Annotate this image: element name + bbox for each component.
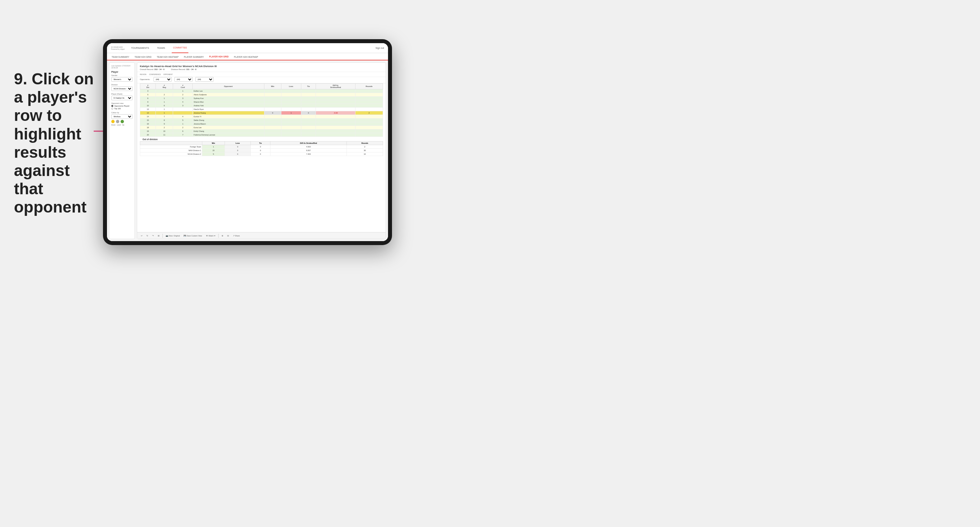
col-win: Win bbox=[264, 84, 281, 89]
region-filter-group: Region bbox=[140, 73, 146, 75]
col-loss: Loss bbox=[281, 84, 301, 89]
legend-up: Up bbox=[122, 124, 124, 126]
redo-button[interactable]: ↻ bbox=[145, 235, 149, 237]
radio-top100[interactable]: Top 100 bbox=[111, 108, 132, 110]
sidebar-timestamp: Last Updated: 27/03/2024 16:55:28 bbox=[111, 65, 132, 69]
gender-label: Gender bbox=[111, 75, 132, 76]
content-header: Katelyn Vo Head-to-Head Grid for Women's… bbox=[137, 63, 386, 72]
watch-button[interactable]: 👁 Watch ▾ bbox=[205, 235, 216, 237]
annotation-text: 9. Click on a player's row to highlight … bbox=[14, 70, 100, 216]
col-tie: Tie bbox=[301, 84, 316, 89]
overall-record-label: Overall Record: bbox=[140, 68, 154, 70]
opponent-filter-label: Opponent bbox=[164, 73, 173, 75]
filter-row: Region Conference Opponent bbox=[137, 72, 386, 77]
player-rank-select[interactable]: 8. Katelyn Vo bbox=[111, 96, 132, 100]
region-select[interactable]: (All) bbox=[153, 77, 172, 82]
division-record: Division Record: 331 - 34 - 6 bbox=[171, 68, 196, 70]
col-div: #Div bbox=[140, 84, 156, 89]
radio-label-2: Top 100 bbox=[114, 108, 121, 110]
player-rank-label: Player (Rank) bbox=[111, 93, 132, 95]
division-record-value: 331 - 34 - 6 bbox=[186, 68, 196, 70]
nav-teams[interactable]: TEAMS bbox=[156, 43, 166, 53]
out-of-division-row[interactable]: NAIA Division 115009.26730 bbox=[140, 149, 383, 152]
opponent-view-label: Opponent view bbox=[111, 102, 132, 104]
table-row[interactable]: 1474Eunice Yi bbox=[140, 115, 383, 119]
view-original-button[interactable]: 📷 View: Original bbox=[165, 235, 181, 237]
table-row[interactable]: 131Jessica Huang010-3.002 bbox=[140, 111, 383, 115]
level-color-circle bbox=[116, 120, 119, 123]
legend-level: Level bbox=[117, 124, 121, 126]
colour-by-label: Colour by bbox=[111, 111, 132, 114]
sub-nav-team-h2h-grid[interactable]: TEAM H2H GRID bbox=[134, 53, 152, 60]
save-custom-button[interactable]: 💾 Save Custom View bbox=[183, 235, 203, 237]
radio-opponents-played[interactable]: Opponents Played bbox=[111, 105, 132, 107]
table-row[interactable]: 1691Jessica Mason bbox=[140, 122, 383, 126]
radio-dot-2 bbox=[111, 108, 113, 110]
conference-filter-label: Conference bbox=[149, 73, 161, 75]
division-field: Division NCAA Division III bbox=[111, 84, 132, 91]
forward-button[interactable]: ↷ bbox=[151, 235, 155, 237]
radio-group: Opponents Played Top 100 bbox=[111, 105, 132, 110]
table-row[interactable]: 522Alexis Sudjianto bbox=[140, 93, 383, 97]
sub-nav-player-h2h-grid[interactable]: PLAYER H2H GRID bbox=[208, 53, 229, 60]
conference-filter-group: Conference bbox=[149, 73, 161, 75]
logo: SCOREBOARD Powered by clippd bbox=[111, 46, 124, 50]
nav-committee[interactable]: COMMITTEE bbox=[172, 43, 188, 53]
color-legend-circles bbox=[111, 120, 132, 123]
gender-field: Gender Women's bbox=[111, 75, 132, 82]
colour-by-select[interactable]: Win/loss bbox=[111, 114, 132, 119]
down-color-circle bbox=[111, 120, 115, 123]
conference-select[interactable]: (All) bbox=[174, 77, 192, 82]
sub-nav-team-summary[interactable]: TEAM SUMMARY bbox=[111, 53, 130, 60]
table-row[interactable]: 613Sydney Kuo bbox=[140, 97, 383, 100]
sidebar: Last Updated: 27/03/2024 16:55:28 Player… bbox=[109, 62, 135, 239]
overall-record-value: 353 - 34 - 6 bbox=[154, 68, 164, 70]
player-section-title: Player bbox=[111, 71, 132, 73]
table-row[interactable]: 20117Federica Domecq Lacroze bbox=[140, 133, 383, 137]
table-row[interactable]: 914Sharon Mun bbox=[140, 100, 383, 104]
out-of-division-row[interactable]: Foreign Team1004.5002 bbox=[140, 145, 383, 149]
table-wrapper: #Div #Reg #Conf Opponent Win Loss Tie Di… bbox=[137, 83, 386, 232]
sub-nav-player-summary[interactable]: PLAYER SUMMARY bbox=[183, 53, 205, 60]
division-select[interactable]: NCAA Division III bbox=[111, 86, 132, 91]
opponents-label: Opponents: bbox=[140, 78, 150, 80]
logo-text: SCOREBOARD bbox=[111, 46, 124, 48]
table-row[interactable]: 1063Andrea York bbox=[140, 104, 383, 108]
sub-nav-team-h2h-heatmap[interactable]: TEAM H2H HEATMAP bbox=[156, 53, 180, 60]
gender-select[interactable]: Women's bbox=[111, 77, 132, 82]
content-area: Katelyn Vo Head-to-Head Grid for Women's… bbox=[137, 62, 386, 239]
col-conf: #Conf bbox=[173, 84, 192, 89]
radio-dot-1 bbox=[111, 105, 113, 107]
table-row[interactable]: 131HeeJo Hyun bbox=[140, 108, 383, 111]
out-of-division-title: Out of division bbox=[140, 137, 383, 141]
col-diff: Diff AvStrokes/Rnd bbox=[316, 84, 355, 89]
sub-nav: TEAM SUMMARY TEAM H2H GRID TEAM H2H HEAT… bbox=[107, 53, 388, 60]
table-row[interactable]: 31Esther Lee bbox=[140, 89, 383, 93]
table-row[interactable]: 19106Emily Chang bbox=[140, 130, 383, 133]
share-button[interactable]: ↗ Share bbox=[232, 235, 241, 237]
layout-button[interactable]: ⊟ bbox=[226, 235, 230, 237]
radio-label-1: Opponents Played bbox=[114, 105, 129, 107]
player-rank-field: Player (Rank) 8. Katelyn Vo bbox=[111, 93, 132, 100]
sign-out[interactable]: Sign out bbox=[375, 47, 384, 49]
table-row[interactable]: 1585Stella Cheng bbox=[140, 119, 383, 122]
zoom-button[interactable]: ⊕ bbox=[221, 235, 224, 237]
up-color-circle bbox=[121, 120, 124, 123]
out-of-division-row[interactable]: NCAA Division 25007.40010 bbox=[140, 152, 383, 156]
logo-sub: Powered by clippd bbox=[111, 48, 124, 50]
opponent-filter-group: Opponent bbox=[164, 73, 173, 75]
h2h-table: #Div #Reg #Conf Opponent Win Loss Tie Di… bbox=[140, 83, 383, 137]
undo-button[interactable]: ↩ bbox=[140, 235, 143, 237]
region-filter-label: Region bbox=[140, 73, 146, 75]
nav-tournaments[interactable]: TOURNAMENTS bbox=[130, 43, 151, 53]
records-row: Overall Record: 353 - 34 - 6 Division Re… bbox=[140, 68, 383, 70]
copy-button[interactable]: ⊞ bbox=[157, 235, 161, 237]
color-legend-labels: Down Level Up bbox=[111, 124, 132, 126]
toolbar-sep-2 bbox=[218, 234, 219, 238]
main-content: Last Updated: 27/03/2024 16:55:28 Player… bbox=[107, 60, 388, 241]
colour-by-section: Colour by Win/loss Down Level Up bbox=[111, 111, 132, 126]
overall-record: Overall Record: 353 - 34 - 6 bbox=[140, 68, 164, 70]
opponent-select[interactable]: (All) bbox=[195, 77, 213, 82]
sub-nav-player-h2h-heatmap[interactable]: PLAYER H2H HEATMAP bbox=[233, 53, 259, 60]
table-row[interactable]: 1822Euna Lee bbox=[140, 126, 383, 130]
